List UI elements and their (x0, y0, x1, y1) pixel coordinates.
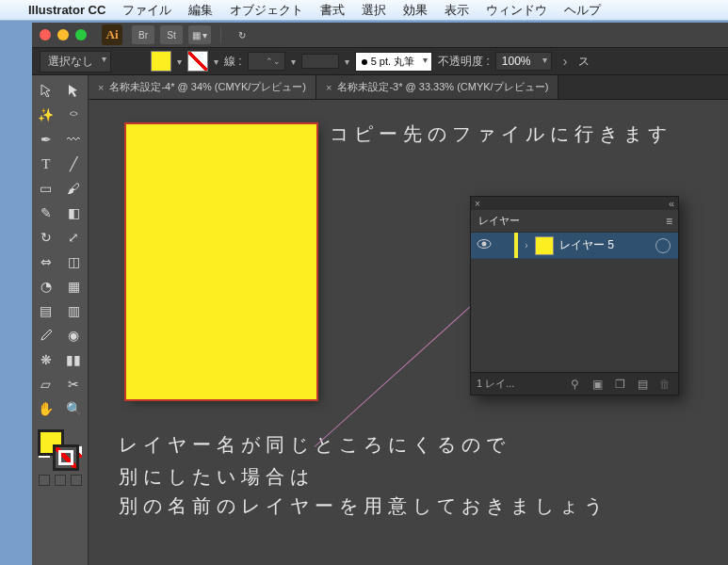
delete-layer-icon[interactable]: 🗑 (657, 378, 672, 391)
separator (220, 26, 221, 43)
close-window-button[interactable] (40, 29, 51, 40)
rectangle-tool[interactable]: ▭ (33, 177, 59, 200)
menu-effect[interactable]: 効果 (403, 2, 428, 19)
vsp-dropdown-icon[interactable]: ▾ (291, 56, 296, 67)
opacity-field[interactable]: 100% (495, 52, 552, 71)
slice-tool[interactable]: ✂ (60, 373, 87, 396)
arrange-documents-button[interactable]: ▦ ▾ (188, 25, 211, 44)
control-more-button[interactable]: › (558, 54, 574, 69)
new-sublayer-icon[interactable]: ❐ (612, 378, 627, 391)
shape-builder-tool[interactable]: ◔ (33, 275, 59, 298)
type-tool[interactable]: T (33, 153, 59, 175)
artboard-tool[interactable]: ▱ (33, 373, 59, 396)
stroke-weight-field[interactable]: ⌃⌄ (248, 52, 285, 71)
line-tool[interactable]: ╱ (60, 153, 87, 175)
make-clipping-mask-icon[interactable]: ▣ (590, 378, 605, 391)
style-label-cut: ス (578, 54, 590, 70)
panel-title-tab[interactable]: レイヤー ≡ (471, 210, 678, 233)
menu-view[interactable]: 表示 (445, 2, 469, 19)
locate-object-icon[interactable]: ⚲ (567, 378, 582, 391)
blend-tool[interactable]: ◉ (60, 324, 87, 347)
menu-file[interactable]: ファイル (122, 2, 171, 19)
document-tab-2[interactable]: × 名称未設定-3* @ 33.33% (CMYK/プレビュー) (316, 75, 558, 99)
draw-behind-button[interactable] (55, 475, 66, 486)
screen-mode-row (32, 475, 88, 490)
layer-count-label: 1 レイ... (477, 377, 514, 391)
panel-menu-icon[interactable]: ≡ (666, 215, 672, 228)
menu-select[interactable]: 選択 (362, 2, 386, 19)
expand-layer-icon[interactable]: › (518, 240, 535, 250)
window-controls (40, 29, 87, 40)
document-tab-1[interactable]: × 名称未設定-4* @ 34% (CMYK/プレビュー) (89, 75, 316, 99)
mesh-tool[interactable]: ▤ (33, 299, 59, 322)
tab-label: 名称未設定-4* @ 34% (CMYK/プレビュー) (109, 80, 306, 94)
svg-point-1 (482, 242, 487, 247)
menu-type[interactable]: 書式 (320, 2, 345, 19)
annotation-text: 別の名前のレイヤーを用意しておきましょう (119, 491, 608, 521)
fill-dropdown-icon[interactable]: ▾ (177, 56, 182, 67)
column-graph-tool[interactable]: ▮▮ (60, 348, 87, 371)
draw-normal-button[interactable] (39, 475, 50, 486)
window-titlebar: Ai Br St ▦ ▾ ↻ (32, 23, 728, 47)
visibility-toggle-icon[interactable] (471, 238, 497, 252)
lasso-tool[interactable]: ⌔ (60, 104, 87, 126)
symbol-sprayer-tool[interactable]: ❋ (33, 348, 59, 371)
gradient-tool[interactable]: ▥ (60, 299, 87, 322)
eyedropper-tool[interactable] (33, 324, 59, 347)
eraser-tool[interactable]: ◧ (60, 202, 87, 224)
rotate-tool[interactable]: ↻ (33, 226, 59, 249)
close-tab-icon[interactable]: × (326, 82, 332, 93)
layers-empty-area (471, 259, 678, 372)
bridge-button[interactable]: Br (132, 25, 154, 44)
brush-preview[interactable] (301, 54, 339, 69)
stroke-weight-label: 線 : (224, 54, 242, 70)
target-icon[interactable] (655, 238, 671, 253)
stroke-swatch[interactable] (187, 51, 208, 72)
curvature-tool[interactable]: 〰 (60, 128, 87, 151)
new-layer-icon[interactable]: ▤ (635, 378, 650, 391)
gpu-button[interactable]: ↻ (231, 25, 253, 44)
paintbrush-tool[interactable]: 🖌 (60, 177, 87, 200)
minimize-window-button[interactable] (57, 29, 69, 40)
zoom-window-button[interactable] (75, 29, 87, 40)
layer-row[interactable]: › レイヤー 5 (471, 233, 678, 259)
stock-button[interactable]: St (160, 25, 183, 44)
pen-tool[interactable]: ✒ (33, 128, 59, 151)
menu-help[interactable]: ヘルプ (564, 2, 601, 19)
scale-tool[interactable]: ⤢ (60, 226, 87, 249)
selection-dropdown[interactable]: 選択なし (40, 51, 111, 73)
opacity-label: 不透明度 : (438, 54, 490, 70)
tab-label: 名称未設定-3* @ 33.33% (CMYK/プレビュー) (337, 80, 548, 94)
direct-selection-tool[interactable] (60, 79, 87, 102)
menu-edit[interactable]: 編集 (188, 2, 213, 19)
panel-close-icon[interactable]: × (475, 199, 480, 209)
brush-definition-dropdown[interactable]: 5 pt. 丸筆 (355, 52, 432, 72)
layer-name-label[interactable]: レイヤー 5 (559, 237, 655, 253)
canvas-area: × 名称未設定-4* @ 34% (CMYK/プレビュー) × 名称未設定-3*… (89, 75, 728, 565)
draw-inside-button[interactable] (71, 475, 82, 486)
document-tabs: × 名称未設定-4* @ 34% (CMYK/プレビュー) × 名称未設定-3*… (89, 75, 728, 100)
panel-collapse-icon[interactable]: « (669, 198, 674, 209)
perspective-tool[interactable]: ▦ (60, 275, 87, 298)
artboard[interactable] (126, 124, 316, 399)
width-tool[interactable]: ⇔ (33, 250, 59, 273)
free-transform-tool[interactable]: ◫ (60, 250, 87, 273)
fill-swatch[interactable] (151, 51, 171, 72)
hand-tool[interactable]: ✋ (33, 397, 59, 420)
menu-object[interactable]: オブジェクト (230, 2, 303, 19)
app-menu[interactable]: Illustrator CC (28, 3, 105, 17)
shaper-tool[interactable]: ✎ (33, 202, 59, 224)
magic-wand-tool[interactable]: ✨ (33, 104, 59, 126)
brush-preview-dropdown-icon[interactable]: ▾ (345, 56, 349, 67)
close-tab-icon[interactable]: × (98, 82, 104, 93)
layer-thumbnail (535, 236, 554, 255)
selection-tool[interactable] (33, 79, 59, 102)
fill-stroke-control[interactable] (32, 428, 88, 473)
panel-tabbar: × « (471, 197, 678, 210)
stroke-color-icon[interactable] (53, 444, 79, 471)
ai-logo-icon: Ai (102, 24, 122, 45)
stroke-dropdown-icon[interactable]: ▾ (214, 56, 218, 67)
zoom-tool[interactable]: 🔍 (60, 397, 87, 420)
annotation-text: 別にしたい場合は (119, 461, 315, 492)
menu-window[interactable]: ウィンドウ (486, 2, 547, 19)
